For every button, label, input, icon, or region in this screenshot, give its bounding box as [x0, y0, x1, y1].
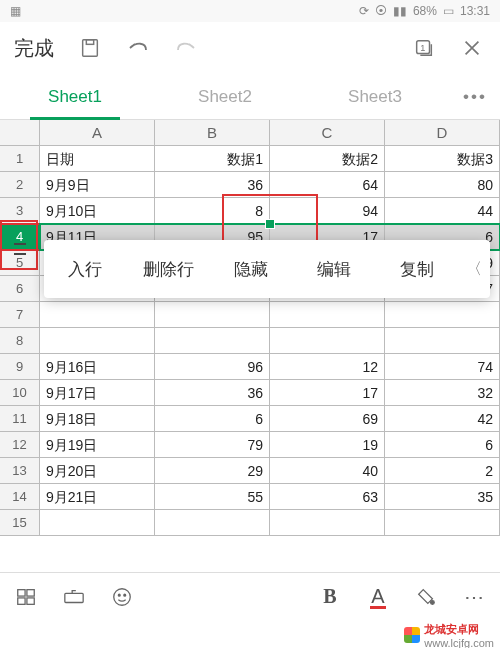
- row-header-2[interactable]: 2: [0, 172, 40, 198]
- cell[interactable]: 96: [155, 354, 270, 380]
- cell[interactable]: 64: [270, 172, 385, 198]
- row-header-9[interactable]: 9: [0, 354, 40, 380]
- menu-edit[interactable]: 编辑: [292, 258, 375, 281]
- cell[interactable]: 79: [155, 432, 270, 458]
- cell[interactable]: 36: [155, 172, 270, 198]
- emoji-icon[interactable]: [104, 579, 140, 615]
- done-button[interactable]: 完成: [14, 35, 54, 62]
- cell[interactable]: 12: [270, 354, 385, 380]
- row-header-3[interactable]: 3: [0, 198, 40, 224]
- menu-more-icon[interactable]: 〈: [458, 259, 490, 280]
- cell[interactable]: 35: [385, 484, 500, 510]
- tabs-icon[interactable]: 1: [412, 36, 436, 60]
- cell[interactable]: [270, 302, 385, 328]
- font-color-button[interactable]: A: [360, 579, 396, 615]
- cell[interactable]: 数据2: [270, 146, 385, 172]
- cell[interactable]: 9月19日: [40, 432, 155, 458]
- fill-color-button[interactable]: [408, 579, 444, 615]
- status-app-icon: ▦: [10, 4, 353, 18]
- cell[interactable]: 9月10日: [40, 198, 155, 224]
- row-header-14[interactable]: 14: [0, 484, 40, 510]
- cell[interactable]: [385, 510, 500, 536]
- row-header-13[interactable]: 13: [0, 458, 40, 484]
- col-header-D[interactable]: D: [385, 120, 500, 146]
- row-header-4[interactable]: 4: [0, 224, 40, 250]
- cell[interactable]: 42: [385, 406, 500, 432]
- spreadsheet[interactable]: ABCD123456789101112131415日期数据1数据2数据39月9日…: [0, 120, 500, 536]
- cell[interactable]: 80: [385, 172, 500, 198]
- cell[interactable]: 数据1: [155, 146, 270, 172]
- row-header-8[interactable]: 8: [0, 328, 40, 354]
- cell[interactable]: 44: [385, 198, 500, 224]
- cell[interactable]: [40, 302, 155, 328]
- cell[interactable]: [155, 510, 270, 536]
- redo-icon: [174, 36, 198, 60]
- cell[interactable]: 9月21日: [40, 484, 155, 510]
- undo-icon[interactable]: [126, 36, 150, 60]
- tab-more[interactable]: •••: [450, 74, 500, 120]
- cell[interactable]: [40, 328, 155, 354]
- save-icon[interactable]: [78, 36, 102, 60]
- sheet-tabs: Sheet1 Sheet2 Sheet3 •••: [0, 74, 500, 120]
- row-header-6[interactable]: 6: [0, 276, 40, 302]
- cell[interactable]: 63: [270, 484, 385, 510]
- cell[interactable]: 36: [155, 380, 270, 406]
- cell[interactable]: 74: [385, 354, 500, 380]
- cell[interactable]: [155, 302, 270, 328]
- cell[interactable]: 19: [270, 432, 385, 458]
- tab-sheet1[interactable]: Sheet1: [0, 74, 150, 120]
- cell[interactable]: [155, 328, 270, 354]
- cell[interactable]: 29: [155, 458, 270, 484]
- cell[interactable]: [385, 302, 500, 328]
- menu-copy[interactable]: 复制: [375, 258, 458, 281]
- table-row: [40, 328, 500, 354]
- bold-button[interactable]: B: [312, 579, 348, 615]
- cell[interactable]: 8: [155, 198, 270, 224]
- keyboard-icon[interactable]: [56, 579, 92, 615]
- status-time: 13:31: [460, 4, 490, 18]
- cell[interactable]: 9月18日: [40, 406, 155, 432]
- row-header-7[interactable]: 7: [0, 302, 40, 328]
- corner-cell[interactable]: [0, 120, 40, 146]
- cell[interactable]: 日期: [40, 146, 155, 172]
- toolbar-more-icon[interactable]: ⋯: [456, 579, 492, 615]
- cell[interactable]: 69: [270, 406, 385, 432]
- menu-insert-row[interactable]: 入行: [44, 258, 127, 281]
- cell[interactable]: 2: [385, 458, 500, 484]
- cell[interactable]: [270, 328, 385, 354]
- col-header-C[interactable]: C: [270, 120, 385, 146]
- cell[interactable]: 6: [155, 406, 270, 432]
- row-header-1[interactable]: 1: [0, 146, 40, 172]
- cell[interactable]: 数据3: [385, 146, 500, 172]
- col-header-B[interactable]: B: [155, 120, 270, 146]
- menu-hide[interactable]: 隐藏: [210, 258, 293, 281]
- col-header-A[interactable]: A: [40, 120, 155, 146]
- svg-rect-1: [86, 40, 93, 45]
- cell[interactable]: 94: [270, 198, 385, 224]
- cell[interactable]: [40, 510, 155, 536]
- close-icon[interactable]: [460, 36, 484, 60]
- cell[interactable]: 9月20日: [40, 458, 155, 484]
- cell[interactable]: 40: [270, 458, 385, 484]
- grid-tool-icon[interactable]: [8, 579, 44, 615]
- cell[interactable]: 9月9日: [40, 172, 155, 198]
- cell[interactable]: 9月17日: [40, 380, 155, 406]
- cell[interactable]: 17: [270, 380, 385, 406]
- watermark-title: 龙城安卓网: [424, 622, 494, 637]
- cell[interactable]: 9月16日: [40, 354, 155, 380]
- cell[interactable]: 32: [385, 380, 500, 406]
- cell[interactable]: [270, 510, 385, 536]
- row-header-11[interactable]: 11: [0, 406, 40, 432]
- bottom-toolbar: B A ⋯: [0, 572, 500, 620]
- menu-delete-row[interactable]: 删除行: [127, 258, 210, 281]
- row-header-15[interactable]: 15: [0, 510, 40, 536]
- row-header-12[interactable]: 12: [0, 432, 40, 458]
- svg-rect-5: [27, 589, 34, 595]
- cell[interactable]: 6: [385, 432, 500, 458]
- cell[interactable]: [385, 328, 500, 354]
- tab-sheet3[interactable]: Sheet3: [300, 74, 450, 120]
- cell[interactable]: 55: [155, 484, 270, 510]
- row-header-10[interactable]: 10: [0, 380, 40, 406]
- selection-handle-top[interactable]: [265, 219, 275, 229]
- tab-sheet2[interactable]: Sheet2: [150, 74, 300, 120]
